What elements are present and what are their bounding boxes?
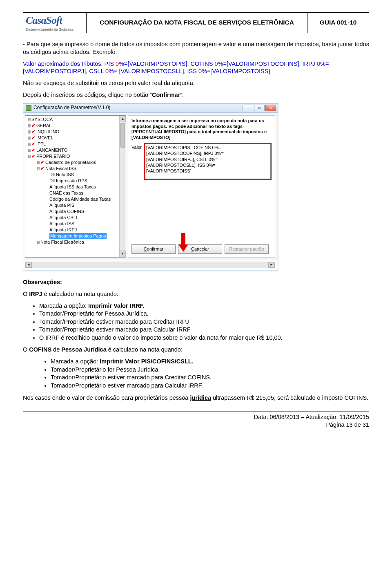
window-titlebar: Configuração de Parametros(V.1.0) — ▭ ✕ [23, 103, 278, 113]
window-title: Configuração de Parametros(V.1.0) [33, 105, 110, 111]
arrow-down-icon [178, 244, 188, 252]
tree-node[interactable]: GERAL [36, 123, 51, 129]
irpj-intro: O IRPJ é calculado na nota quando: [23, 290, 369, 298]
scroll-down-icon[interactable]: ▼ [120, 251, 126, 257]
list-item: Tomador/Proprietário estiver marcado par… [39, 318, 369, 326]
window-close-button[interactable]: ✕ [265, 105, 276, 111]
tree-node[interactable]: IMOVEL [36, 135, 53, 141]
tree-node[interactable]: Nota Fiscal Eletrônica [40, 239, 84, 245]
irpj-list: Marcada a opção: Imprimir Valor IRRF. To… [23, 302, 369, 342]
tree-scrollbar[interactable]: ▲ ▼ [119, 116, 126, 257]
tree-node[interactable]: Nota Fiscal ISS [45, 166, 76, 172]
tree-node[interactable]: LANCAMENTO [36, 147, 67, 153]
tree-leaf[interactable]: CNAE das Taxas [49, 190, 83, 196]
list-item: Marcada a opção: Imprimir Valor PIS/COFI… [51, 358, 369, 366]
window-frame: Configuração de Parametros(V.1.0) — ▭ ✕ … [23, 103, 278, 271]
tree-leaf[interactable]: Alíquota CSLL [49, 215, 78, 221]
footer-date: Data: 06/08/2013 – Atualização: 11/09/20… [23, 413, 369, 421]
paragraph-action: Depois de inseridos os códigos, clique n… [23, 91, 369, 99]
confirm-button[interactable]: Confirmar [131, 244, 176, 254]
tree-node[interactable]: PROPRIETARIO [36, 153, 70, 159]
tree-node[interactable]: INQUILINO [36, 129, 59, 135]
tree-leaf[interactable]: Alíquota PIS [49, 202, 74, 208]
paragraph-intro: - Para que seja impresso o nome de todos… [23, 40, 369, 56]
scroll-thumb[interactable] [120, 123, 125, 148]
list-item: Tomador/Proprietário estiver marcado par… [51, 382, 369, 390]
list-item: Marcada a opção: Imprimir Valor IRRF. [39, 302, 369, 310]
list-item: Tomador/Proprietário for Pessoa Jurídica… [39, 310, 369, 318]
observations-heading: Observações: [23, 278, 369, 286]
valor-label: Valor [131, 143, 142, 150]
tree-leaf[interactable]: Dll Impressão RPS [49, 178, 87, 184]
footer-page: Página 13 de 31 [23, 421, 369, 429]
window-minimize-button[interactable]: — [243, 105, 253, 111]
scroll-up-icon[interactable]: ▲ [120, 116, 126, 122]
window-maximize-button[interactable]: ▭ [254, 105, 265, 111]
list-item: Tomador/Proprietário estiver marcado par… [39, 326, 369, 334]
tree-leaf[interactable]: Alíquota IRPJ [49, 227, 77, 233]
restore-default-button: Restaurar padrão [225, 244, 269, 254]
details-help-text: Informe a mensagem a ser impressa no cor… [131, 118, 272, 141]
doc-title: CONFIGURAÇÃO DA NOTA FISCAL DE SERVIÇOS … [87, 13, 307, 33]
arrow-down-icon [181, 233, 185, 245]
logo-subtitle: Desenvolvimento de Sistemas [26, 27, 84, 32]
screenshot-embed: Configuração de Parametros(V.1.0) — ▭ ✕ … [23, 103, 278, 271]
tree-leaf[interactable]: Dll Nota ISS [49, 172, 74, 178]
list-item: Tomador/Proprietário for Pessoa Jurídica… [51, 366, 369, 374]
tree-node[interactable]: IPTU [36, 141, 47, 147]
example-line: Valor aproximado dos tributos: PIS 0%=[V… [23, 60, 369, 76]
window-app-icon [26, 105, 31, 111]
horizontal-scrollbar[interactable]: ◄ ► [25, 262, 275, 268]
list-item: O IRRF é recolhido quando o valor do imp… [39, 334, 369, 342]
tree-pane[interactable]: ⊟SYSLOCA ⊞✔GERAL ⊞✔INQUILINO ⊞✔IMOVEL ⊞✔… [25, 115, 126, 258]
footer: Data: 06/08/2013 – Atualização: 11/09/20… [23, 411, 369, 429]
valor-textarea[interactable]: [VALORIMPOSTOPIS], COFINS 0%= [VALORIMPO… [144, 143, 272, 180]
tree-leaf-selected[interactable]: Mensagem Impostos Pagos [49, 233, 107, 239]
tree-node[interactable]: Cadastro de proprietários [45, 159, 96, 166]
paragraph-note: Não se esqueça de substituir os zeros pe… [23, 79, 369, 87]
cofins-list: Marcada a opção: Imprimir Valor PIS/COFI… [23, 358, 369, 390]
header-table: CasaSoft Desenvolvimento de Sistemas CON… [23, 12, 369, 33]
tree-leaf[interactable]: Código da Atividade das Taxas [49, 196, 111, 202]
tree-leaf[interactable]: Alíquota COFINS [49, 208, 84, 215]
scroll-right-icon[interactable]: ► [268, 262, 275, 268]
logo-text: CasaSoft [26, 13, 84, 27]
final-paragraph: Nos casos onde o valor de comissão para … [23, 394, 369, 402]
doc-code: GUIA 001-10 [307, 13, 369, 33]
tree-leaf[interactable]: Alíquota ISS das Taxas [49, 184, 96, 190]
scroll-left-icon[interactable]: ◄ [25, 262, 32, 268]
details-pane: Informe a mensagem a ser impressa no cor… [128, 115, 275, 258]
list-item: Tomador/Proprietário estiver marcado par… [51, 374, 369, 382]
tree-node[interactable]: SYSLOCA [31, 117, 53, 123]
logo-cell: CasaSoft Desenvolvimento de Sistemas [23, 13, 87, 33]
tree-leaf[interactable]: Alíquota ISS [49, 221, 74, 227]
cofins-intro: O COFINS de Pessoa Jurídica é calculado … [23, 346, 369, 354]
